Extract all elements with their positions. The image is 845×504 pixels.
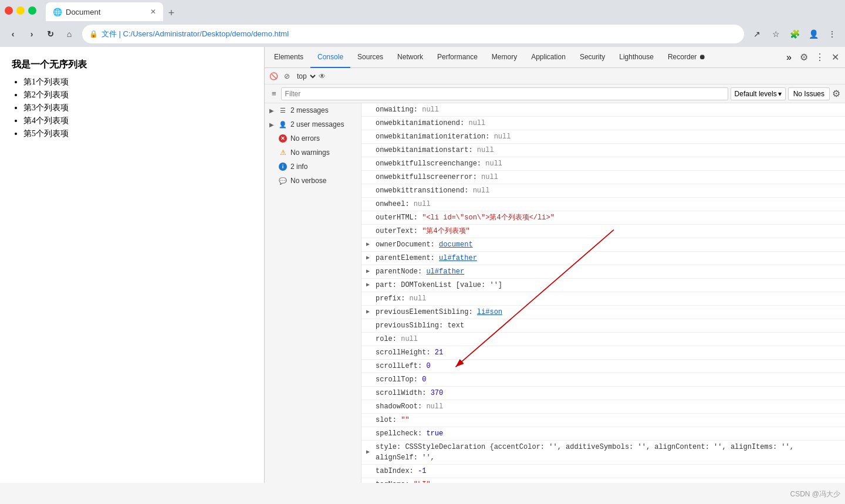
- tab-close-button[interactable]: ✕: [150, 8, 156, 16]
- console-line: ▶ownerDocument: document: [361, 238, 845, 252]
- console-line-content: previousSibling: text: [376, 320, 464, 331]
- expand-icon: [366, 118, 373, 128]
- profile-button[interactable]: 👤: [805, 26, 822, 42]
- sidebar-item-verbose[interactable]: ▶ 💬 No verbose: [265, 174, 361, 188]
- expand-icon: [366, 415, 373, 425]
- prop-name: previousSibling:: [376, 322, 447, 330]
- sidebar-label-warnings: No warnings: [290, 148, 330, 157]
- expand-icon: [366, 320, 373, 331]
- console-line-content: scrollLeft: 0: [376, 361, 431, 371]
- collapse-icon[interactable]: ⊘: [282, 71, 292, 82]
- sidebar-label-user-messages: 2 user messages: [290, 120, 344, 128]
- minimize-button[interactable]: [16, 6, 25, 15]
- restore-button[interactable]: [28, 6, 36, 15]
- browser-tab-document[interactable]: 🌐 Document ✕: [46, 2, 163, 21]
- prop-name: onwaiting:: [376, 106, 422, 114]
- url-bar[interactable]: 🔒 文件 | C:/Users/Administrator/Desktop/de…: [82, 25, 744, 43]
- extension-button[interactable]: 🧩: [786, 26, 803, 42]
- expand-icon: [366, 334, 373, 344]
- devtools-more-button[interactable]: ⋮: [812, 52, 828, 63]
- tab-security[interactable]: Security: [573, 47, 612, 68]
- console-line: ▶previousElementSibling: li#son: [361, 306, 845, 319]
- devtools-close-button[interactable]: ✕: [828, 52, 843, 63]
- home-button[interactable]: ⌂: [61, 26, 77, 42]
- expand-icon[interactable]: ▶: [366, 307, 373, 317]
- expand-icon[interactable]: ▶: [366, 266, 373, 277]
- no-issues-button[interactable]: No Issues: [788, 87, 830, 100]
- tab-application[interactable]: Application: [524, 47, 573, 68]
- expand-icon: [366, 347, 373, 358]
- console-line-content: onwaiting: null: [376, 104, 439, 115]
- expand-icon[interactable]: ▶: [366, 442, 373, 463]
- tab-lighthouse[interactable]: Lighthouse: [612, 47, 661, 68]
- back-button[interactable]: ‹: [5, 26, 21, 42]
- context-selector[interactable]: top: [293, 72, 317, 81]
- verbose-icon: 💬: [279, 177, 287, 185]
- chevron-down-icon: ▾: [778, 90, 782, 98]
- prop-name: parentElement:: [376, 254, 439, 262]
- prop-name: outerHTML:: [376, 214, 422, 222]
- console-line: onwebkitanimationend: null: [361, 117, 845, 130]
- refresh-button[interactable]: ↻: [42, 26, 59, 42]
- sidebar-item-messages[interactable]: ▶ ☰ 2 messages: [265, 103, 361, 117]
- eye-icon[interactable]: 👁: [319, 72, 326, 80]
- console-line: tabIndex: -1: [361, 465, 845, 478]
- expand-icon[interactable]: ▶: [366, 280, 373, 290]
- prop-value: null: [481, 173, 498, 181]
- prop-name: onwheel:: [376, 200, 414, 208]
- messages-icon: ☰: [279, 106, 287, 114]
- tab-title: Document: [66, 8, 100, 16]
- new-tab-button[interactable]: +: [163, 5, 180, 21]
- close-button[interactable]: [5, 6, 13, 15]
- console-settings-button[interactable]: ⚙: [832, 88, 840, 99]
- expand-icon: [366, 104, 373, 115]
- sidebar-item-info[interactable]: ▶ i 2 info: [265, 160, 361, 174]
- devtools-panel: Elements Console Sources Network Perform…: [264, 47, 845, 483]
- expand-icon[interactable]: ▶: [366, 253, 373, 263]
- filter-input[interactable]: [281, 87, 728, 100]
- prop-name: onwebkitanimationend:: [376, 119, 468, 127]
- prop-name: prefix:: [376, 295, 410, 303]
- default-levels-dropdown[interactable]: Default levels ▾: [731, 87, 786, 100]
- tab-sources[interactable]: Sources: [350, 47, 390, 68]
- menu-button[interactable]: ⋮: [824, 26, 840, 42]
- prop-name: onwebkitanimationstart:: [376, 146, 477, 154]
- clear-console-button[interactable]: 🚫: [267, 71, 280, 82]
- prop-value: null: [494, 133, 511, 141]
- sidebar-item-warnings[interactable]: ▶ ⚠ No warnings: [265, 146, 361, 160]
- sidebar-item-errors[interactable]: ▶ ✕ No errors: [265, 131, 361, 146]
- browser-chrome: 🌐 Document ✕ + ‹ › ↻ ⌂ 🔒 文件 | C:/Users/A…: [0, 0, 845, 47]
- console-line: ▶style: CSSStyleDeclaration {accentColor…: [361, 441, 845, 465]
- tab-network[interactable]: Network: [390, 47, 430, 68]
- tab-console[interactable]: Console: [310, 47, 350, 68]
- console-output[interactable]: onwaiting: nullonwebkitanimationend: nul…: [361, 103, 845, 483]
- console-line-content: onwebkitanimationiteration: null: [376, 131, 511, 142]
- more-tabs-button[interactable]: »: [782, 52, 796, 63]
- tab-performance[interactable]: Performance: [430, 47, 485, 68]
- prop-value: null: [426, 402, 443, 411]
- expand-icon: [366, 388, 373, 398]
- tab-memory[interactable]: Memory: [485, 47, 524, 68]
- console-line-content: tagName: "LI": [376, 479, 431, 483]
- expand-icon: [366, 479, 373, 483]
- prop-name: parentNode:: [376, 268, 426, 276]
- tab-recorder[interactable]: Recorder ⏺: [661, 47, 713, 68]
- expand-icon: [366, 145, 373, 155]
- console-line-content: scrollWidth: 370: [376, 388, 443, 398]
- prop-value: "": [401, 416, 409, 424]
- prop-value: 0: [422, 376, 426, 384]
- console-line-content: shadowRoot: null: [376, 401, 443, 412]
- share-button[interactable]: ↗: [749, 26, 765, 42]
- toolbar-icon-1[interactable]: ≡: [269, 88, 279, 99]
- forward-button[interactable]: ›: [23, 26, 40, 42]
- prop-value: document: [439, 241, 473, 249]
- prop-value: null: [414, 200, 431, 208]
- devtools-settings-button[interactable]: ⚙: [796, 52, 812, 63]
- info-icon: i: [279, 163, 287, 171]
- expand-icon[interactable]: ▶: [366, 239, 373, 250]
- console-line-content: onwebkittransitionend: null: [376, 185, 489, 196]
- star-button[interactable]: ☆: [768, 26, 784, 42]
- sidebar-item-user-messages[interactable]: ▶ 👤 2 user messages: [265, 117, 361, 131]
- tab-elements[interactable]: Elements: [267, 47, 310, 68]
- prop-value: true: [426, 429, 443, 438]
